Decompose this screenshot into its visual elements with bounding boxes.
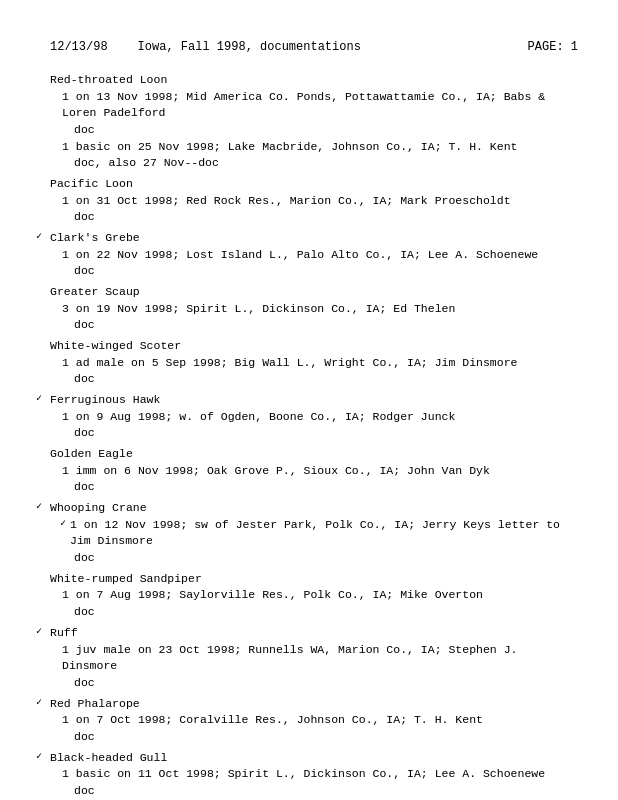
- record-detail: 1 imm on 6 Nov 1998; Oak Grove P., Sioux…: [62, 464, 490, 477]
- page-header: 12/13/98 Iowa, Fall 1998, documentations…: [50, 40, 578, 54]
- checkmark-icon: ✓: [36, 625, 42, 640]
- record-doc: doc: [74, 783, 578, 800]
- record-doc: doc: [74, 604, 578, 621]
- header-page: PAGE: 1: [528, 40, 578, 54]
- species-name-label: Red-throated Loon: [50, 73, 167, 86]
- record-text: 1 on 7 Aug 1998; Saylorville Res., Polk …: [62, 587, 578, 604]
- checkmark-icon: ✓: [36, 392, 42, 407]
- species-name-label: Clark's Grebe: [50, 231, 140, 244]
- record-detail: 1 ad male on 5 Sep 1998; Big Wall L., Wr…: [62, 356, 517, 369]
- record-detail: 1 on 12 Nov 1998; sw of Jester Park, Pol…: [70, 518, 560, 548]
- species-name-label: Greater Scaup: [50, 285, 140, 298]
- record-detail: 1 basic on 25 Nov 1998; Lake Macbride, J…: [62, 140, 517, 153]
- record-detail: 1 on 7 Aug 1998; Saylorville Res., Polk …: [62, 588, 483, 601]
- record-doc: doc: [74, 675, 578, 692]
- sub-checkmark-icon: ✓: [60, 517, 66, 532]
- header-title: Iowa, Fall 1998, documentations: [138, 40, 361, 54]
- record-detail: 1 on 13 Nov 1998; Mid America Co. Ponds,…: [62, 90, 545, 120]
- species-name-row: ✓Black-headed Gull: [50, 750, 578, 767]
- record-detail: 1 on 9 Aug 1998; w. of Ogden, Boone Co.,…: [62, 410, 455, 423]
- page: 12/13/98 Iowa, Fall 1998, documentations…: [0, 0, 618, 800]
- species-block: White-winged Scoter1 ad male on 5 Sep 19…: [50, 338, 578, 388]
- species-block: ✓Clark's Grebe1 on 22 Nov 1998; Lost Isl…: [50, 230, 578, 280]
- species-name-row: ✓Ferruginous Hawk: [50, 392, 578, 409]
- species-name-label: White-rumped Sandpiper: [50, 572, 202, 585]
- record-text: ✓1 on 12 Nov 1998; sw of Jester Park, Po…: [62, 517, 578, 550]
- species-block: Greater Scaup3 on 19 Nov 1998; Spirit L.…: [50, 284, 578, 334]
- record-detail: 3 on 19 Nov 1998; Spirit L., Dickinson C…: [62, 302, 455, 315]
- species-name-label: Ferruginous Hawk: [50, 393, 160, 406]
- species-name-label: White-winged Scoter: [50, 339, 181, 352]
- species-block: Golden Eagle1 imm on 6 Nov 1998; Oak Gro…: [50, 446, 578, 496]
- record-doc: doc, also 27 Nov--doc: [74, 155, 578, 172]
- record-detail: 1 juv male on 23 Oct 1998; Runnells WA, …: [62, 643, 517, 673]
- species-block: Red-throated Loon1 on 13 Nov 1998; Mid A…: [50, 72, 578, 172]
- species-name-row: White-winged Scoter: [50, 338, 578, 355]
- record-text: 1 basic on 25 Nov 1998; Lake Macbride, J…: [62, 139, 578, 156]
- record-text: 1 on 31 Oct 1998; Red Rock Res., Marion …: [62, 193, 578, 210]
- record-text: 1 basic on 11 Oct 1998; Spirit L., Dicki…: [62, 766, 578, 783]
- checkmark-icon: ✓: [36, 230, 42, 245]
- species-name-label: Whooping Crane: [50, 501, 147, 514]
- species-block: Pacific Loon1 on 31 Oct 1998; Red Rock R…: [50, 176, 578, 226]
- record-detail: 1 on 7 Oct 1998; Coralville Res., Johnso…: [62, 713, 483, 726]
- record-detail: 1 on 31 Oct 1998; Red Rock Res., Marion …: [62, 194, 511, 207]
- record-text: 3 on 19 Nov 1998; Spirit L., Dickinson C…: [62, 301, 578, 318]
- record-doc: doc: [74, 263, 578, 280]
- species-block: ✓Black-headed Gull1 basic on 11 Oct 1998…: [50, 750, 578, 800]
- record-doc: doc: [74, 550, 578, 567]
- record-text: 1 imm on 6 Nov 1998; Oak Grove P., Sioux…: [62, 463, 578, 480]
- species-name-row: ✓Whooping Crane: [50, 500, 578, 517]
- record-text: 1 juv male on 23 Oct 1998; Runnells WA, …: [62, 642, 578, 675]
- species-name-row: ✓Ruff: [50, 625, 578, 642]
- species-block: ✓Ruff1 juv male on 23 Oct 1998; Runnells…: [50, 625, 578, 692]
- checkmark-icon: ✓: [36, 750, 42, 765]
- species-name-label: Black-headed Gull: [50, 751, 167, 764]
- species-name-row: ✓Clark's Grebe: [50, 230, 578, 247]
- species-block: ✓Red Phalarope1 on 7 Oct 1998; Coralvill…: [50, 696, 578, 746]
- species-name-row: White-rumped Sandpiper: [50, 571, 578, 588]
- species-name-row: Pacific Loon: [50, 176, 578, 193]
- species-name-label: Golden Eagle: [50, 447, 133, 460]
- record-doc: doc: [74, 479, 578, 496]
- species-name-label: Pacific Loon: [50, 177, 133, 190]
- record-detail: 1 basic on 11 Oct 1998; Spirit L., Dicki…: [62, 767, 545, 780]
- checkmark-icon: ✓: [36, 696, 42, 711]
- record-doc: doc: [74, 209, 578, 226]
- species-name-row: Greater Scaup: [50, 284, 578, 301]
- record-doc: doc: [74, 729, 578, 746]
- checkmark-icon: ✓: [36, 500, 42, 515]
- record-doc: doc: [74, 425, 578, 442]
- species-name-row: Golden Eagle: [50, 446, 578, 463]
- record-text: 1 on 13 Nov 1998; Mid America Co. Ponds,…: [62, 89, 578, 122]
- record-doc: doc: [74, 371, 578, 388]
- record-text: 1 ad male on 5 Sep 1998; Big Wall L., Wr…: [62, 355, 578, 372]
- content: Red-throated Loon1 on 13 Nov 1998; Mid A…: [50, 72, 578, 800]
- record-doc: doc: [74, 122, 578, 139]
- species-name-row: ✓Red Phalarope: [50, 696, 578, 713]
- species-block: ✓Whooping Crane✓1 on 12 Nov 1998; sw of …: [50, 500, 578, 567]
- record-text: 1 on 22 Nov 1998; Lost Island L., Palo A…: [62, 247, 578, 264]
- header-left: 12/13/98 Iowa, Fall 1998, documentations: [50, 40, 361, 54]
- species-block: White-rumped Sandpiper1 on 7 Aug 1998; S…: [50, 571, 578, 621]
- species-name-row: Red-throated Loon: [50, 72, 578, 89]
- record-text: 1 on 7 Oct 1998; Coralville Res., Johnso…: [62, 712, 578, 729]
- species-block: ✓Ferruginous Hawk1 on 9 Aug 1998; w. of …: [50, 392, 578, 442]
- species-name-label: Ruff: [50, 626, 78, 639]
- record-detail: 1 on 22 Nov 1998; Lost Island L., Palo A…: [62, 248, 538, 261]
- species-name-label: Red Phalarope: [50, 697, 140, 710]
- record-text: 1 on 9 Aug 1998; w. of Ogden, Boone Co.,…: [62, 409, 578, 426]
- record-doc: doc: [74, 317, 578, 334]
- header-date: 12/13/98: [50, 40, 108, 54]
